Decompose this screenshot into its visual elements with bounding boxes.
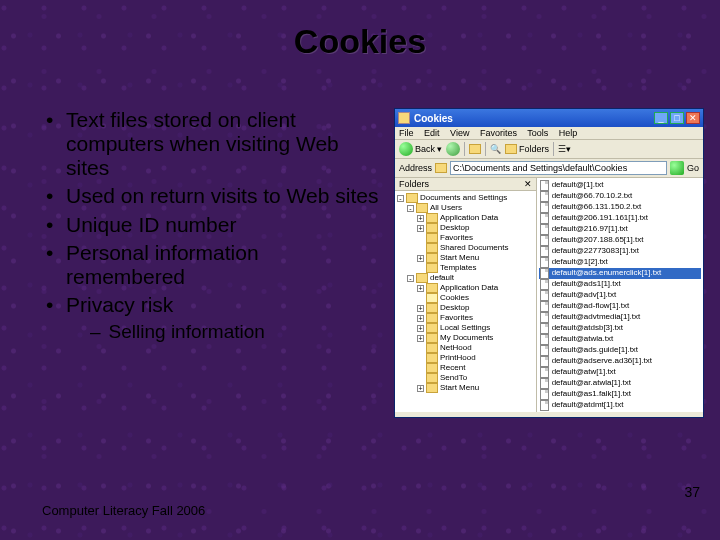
tree-node[interactable]: +Application Data: [397, 213, 534, 223]
folder-icon: [426, 363, 438, 373]
views-button[interactable]: ☰▾: [558, 144, 571, 154]
file-item[interactable]: default@as1.falk[1].txt: [539, 389, 701, 400]
file-item[interactable]: default@[1].txt: [539, 180, 701, 191]
file-item[interactable]: default@1[2].txt: [539, 257, 701, 268]
tree-label: Cookies: [440, 293, 469, 303]
tree-node[interactable]: -Documents and Settings: [397, 193, 534, 203]
bullet-text: Privacy risk: [66, 293, 173, 316]
expand-icon[interactable]: +: [417, 305, 424, 312]
expand-icon[interactable]: -: [407, 205, 414, 212]
file-item[interactable]: default@22773083[1].txt: [539, 246, 701, 257]
file-item[interactable]: default@207.188.65[1].txt: [539, 235, 701, 246]
file-item[interactable]: default@66.70.10.2.txt: [539, 191, 701, 202]
folders-button[interactable]: Folders: [505, 144, 549, 154]
expand-icon[interactable]: +: [417, 335, 424, 342]
minimize-button[interactable]: _: [654, 112, 668, 124]
file-name: default@ads1[1].txt: [552, 279, 621, 289]
file-item[interactable]: default@216.97[1].txt: [539, 224, 701, 235]
file-item[interactable]: default@ad-flow[1].txt: [539, 301, 701, 312]
tree-label: Desktop: [440, 223, 469, 233]
file-item[interactable]: default@atdsb[3].txt: [539, 323, 701, 334]
file-item[interactable]: default@ar.atwla[1].txt: [539, 378, 701, 389]
tree-node[interactable]: +Favorites: [397, 313, 534, 323]
expand-icon[interactable]: +: [417, 315, 424, 322]
tree-node[interactable]: +Local Settings: [397, 323, 534, 333]
menu-edit[interactable]: Edit: [424, 128, 440, 138]
file-item[interactable]: default@ads1[1].txt: [539, 279, 701, 290]
tree-label: Templates: [440, 263, 476, 273]
file-item[interactable]: default@adserve.ad36[1].txt: [539, 356, 701, 367]
separator: [464, 142, 465, 156]
menu-view[interactable]: View: [450, 128, 469, 138]
folder-icon: [426, 213, 438, 223]
tree-node[interactable]: -default: [397, 273, 534, 283]
tree-node[interactable]: +My Documents: [397, 333, 534, 343]
expand-icon[interactable]: +: [417, 385, 424, 392]
up-icon: [469, 144, 481, 154]
expand-icon[interactable]: +: [417, 255, 424, 262]
tree-node[interactable]: NetHood: [397, 343, 534, 353]
menu-help[interactable]: Help: [559, 128, 578, 138]
folder-icon: [426, 253, 438, 263]
window-titlebar[interactable]: Cookies _ □ ✕: [395, 109, 703, 127]
menu-tools[interactable]: Tools: [527, 128, 548, 138]
tree-node[interactable]: +Application Data: [397, 283, 534, 293]
file-item[interactable]: default@atwla.txt: [539, 334, 701, 345]
slide-title: Cookies: [0, 0, 720, 61]
forward-button[interactable]: [446, 142, 460, 156]
tree-node[interactable]: +Desktop: [397, 303, 534, 313]
file-item[interactable]: default@atdmt[1].txt: [539, 400, 701, 411]
file-icon: [540, 246, 549, 257]
folder-icon: [426, 383, 438, 393]
expand-icon[interactable]: +: [417, 325, 424, 332]
close-button[interactable]: ✕: [686, 112, 700, 124]
expand-icon[interactable]: -: [397, 195, 404, 202]
tree-label: Application Data: [440, 213, 498, 223]
tree-node[interactable]: Cookies: [397, 293, 534, 303]
file-item[interactable]: default@adv[1].txt: [539, 290, 701, 301]
file-item[interactable]: default@66.131.150.2.txt: [539, 202, 701, 213]
menu-bar[interactable]: File Edit View Favorites Tools Help: [395, 127, 703, 140]
tree-node[interactable]: Shared Documents: [397, 243, 534, 253]
tree-node[interactable]: PrintHood: [397, 353, 534, 363]
search-button[interactable]: 🔍: [490, 144, 501, 154]
file-item[interactable]: default@ads.guide[1].txt: [539, 345, 701, 356]
file-name: default@as1.falk[1].txt: [552, 389, 631, 399]
maximize-button[interactable]: □: [670, 112, 684, 124]
bullet-item: Privacy risk Selling information: [42, 293, 382, 343]
file-name: default@1[2].txt: [552, 257, 608, 267]
folder-tree[interactable]: -Documents and Settings-All Users+Applic…: [395, 191, 536, 395]
file-list[interactable]: default@[1].txtdefault@66.70.10.2.txtdef…: [537, 178, 703, 412]
expand-icon[interactable]: +: [417, 215, 424, 222]
expand-icon[interactable]: +: [417, 285, 424, 292]
tree-node[interactable]: +Desktop: [397, 223, 534, 233]
address-input[interactable]: [450, 161, 667, 175]
tree-node[interactable]: Templates: [397, 263, 534, 273]
tree-node[interactable]: Recent: [397, 363, 534, 373]
file-icon: [540, 301, 549, 312]
file-icon: [540, 334, 549, 345]
menu-favorites[interactable]: Favorites: [480, 128, 517, 138]
back-button[interactable]: Back ▾: [399, 142, 442, 156]
file-item[interactable]: default@advtmedia[1].txt: [539, 312, 701, 323]
tree-node[interactable]: -All Users: [397, 203, 534, 213]
file-item[interactable]: default@atw[1].txt: [539, 367, 701, 378]
expand-icon[interactable]: -: [407, 275, 414, 282]
toolbar: Back ▾ 🔍 Folders ☰▾: [395, 140, 703, 159]
menu-file[interactable]: File: [399, 128, 414, 138]
file-icon: [540, 389, 549, 400]
folder-icon: [426, 223, 438, 233]
file-name: default@22773083[1].txt: [552, 246, 639, 256]
file-item[interactable]: default@ads.enumerclick[1].txt: [539, 268, 701, 279]
page-number: 37: [684, 484, 700, 500]
tree-node[interactable]: SendTo: [397, 373, 534, 383]
file-item[interactable]: default@206.191.161[1].txt: [539, 213, 701, 224]
folder-icon: [426, 343, 438, 353]
go-button[interactable]: [670, 161, 684, 175]
pane-close-icon[interactable]: ✕: [524, 179, 532, 189]
tree-node[interactable]: +Start Menu: [397, 253, 534, 263]
up-button[interactable]: [469, 144, 481, 154]
expand-icon[interactable]: +: [417, 225, 424, 232]
tree-node[interactable]: +Start Menu: [397, 383, 534, 393]
tree-node[interactable]: Favorites: [397, 233, 534, 243]
